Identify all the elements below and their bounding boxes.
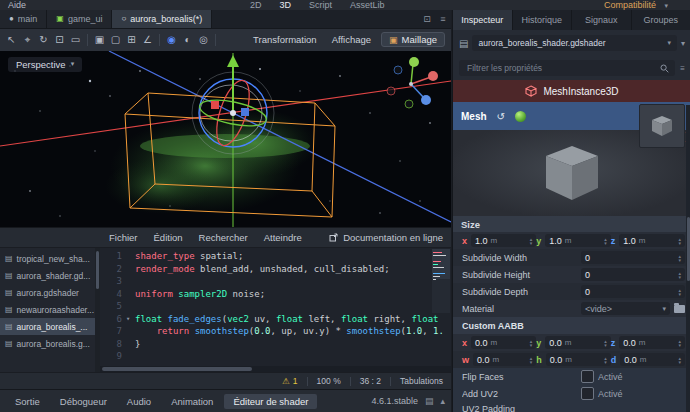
mode-2d[interactable]: 2D bbox=[250, 0, 262, 10]
value-field[interactable]: 0.0m▴▾ bbox=[546, 353, 611, 366]
bottom-panel-audio[interactable]: Audio bbox=[118, 394, 160, 409]
filter-properties-input[interactable] bbox=[465, 62, 656, 74]
value-field[interactable]: 0.0m▴▾ bbox=[619, 336, 685, 349]
indent-type[interactable]: Tabulations bbox=[400, 376, 443, 386]
shader-menu-dition[interactable]: Édition bbox=[147, 232, 190, 243]
bottom-panel-sortie[interactable]: Sortie bbox=[6, 394, 49, 409]
shader-file-item[interactable]: ▤aurora_shader.gd... bbox=[0, 267, 95, 284]
move-tool[interactable]: ⌖ bbox=[20, 32, 35, 48]
value-field[interactable]: 0▴▾ bbox=[581, 268, 685, 281]
spinner-arrows[interactable]: ▴▾ bbox=[678, 237, 681, 245]
scene-tab-game-ui[interactable]: ▣game_ui bbox=[47, 10, 112, 28]
code-line: 9 bbox=[100, 350, 451, 363]
shader-menu-fichier[interactable]: Fichier bbox=[102, 232, 145, 243]
rotate-tool[interactable]: ↻ bbox=[36, 32, 51, 48]
spinner-arrows[interactable]: ▴▾ bbox=[604, 356, 607, 364]
shader-file-item[interactable]: ▤aurora_borealis.g... bbox=[0, 335, 95, 352]
object-header: MeshInstance3D bbox=[453, 80, 690, 102]
perspective-menu[interactable]: Perspective ▾ bbox=[8, 57, 82, 72]
mode-assetlib[interactable]: AssetLib bbox=[350, 0, 385, 10]
value-field[interactable]: 1.0m▴▾ bbox=[619, 234, 685, 247]
package-icon[interactable]: ▤ bbox=[425, 396, 434, 406]
shader-menu-rechercher[interactable]: Rechercher bbox=[192, 232, 255, 243]
scene-tab-aurora-borealis[interactable]: ○aurora_borealis(*) bbox=[112, 10, 212, 28]
environment-icon[interactable]: ◎ bbox=[196, 32, 211, 48]
value-field[interactable]: 0▴▾ bbox=[581, 285, 685, 298]
camera-preview-icon[interactable]: ◉ bbox=[164, 32, 179, 48]
horizontal-scrollbar[interactable] bbox=[100, 366, 451, 372]
shader-file-item[interactable]: ▤newauroraashader... bbox=[0, 301, 95, 318]
fold-arrow-icon[interactable]: ▾ bbox=[126, 313, 135, 326]
inspector-scrollbar[interactable] bbox=[686, 105, 690, 412]
shader-file-item[interactable]: ▤tropical_new_sha... bbox=[0, 250, 95, 267]
boxmesh-thumb-icon bbox=[649, 114, 675, 138]
revert-icon[interactable]: ↺ bbox=[497, 111, 505, 122]
property-label: Subdivide Height bbox=[462, 270, 581, 280]
spinner-arrows[interactable]: ▴▾ bbox=[678, 271, 681, 279]
bottom-panel-animation[interactable]: Animation bbox=[162, 394, 222, 409]
mode-script[interactable]: Script bbox=[309, 0, 332, 10]
lock-icon[interactable]: ▣ bbox=[92, 32, 107, 48]
warnings-indicator[interactable]: ⚠ 1 bbox=[282, 376, 297, 386]
bottom-panel-diteur-de-shader[interactable]: Éditeur de shader bbox=[224, 394, 317, 409]
shader-file-item[interactable]: ▤aurora.gdshader bbox=[0, 284, 95, 301]
value-field[interactable]: 1.0m▴▾ bbox=[471, 234, 536, 247]
spinner-arrows[interactable]: ▴▾ bbox=[678, 356, 681, 364]
select-tool[interactable]: ↖ bbox=[4, 32, 19, 48]
inspector-tab-inspecteur[interactable]: Inspecteur bbox=[453, 10, 513, 30]
group-icon[interactable]: ⊞ bbox=[124, 32, 139, 48]
spinner-arrows[interactable]: ▴▾ bbox=[678, 339, 681, 347]
spinner-arrows[interactable]: ▴▾ bbox=[530, 356, 533, 364]
maillage-menu[interactable]: ▣ Maillage bbox=[381, 32, 445, 47]
checkbox[interactable] bbox=[581, 387, 594, 400]
unlock-icon[interactable]: ▢ bbox=[108, 32, 123, 48]
value-field[interactable]: 0.0m▴▾ bbox=[473, 353, 536, 366]
spinner-arrows[interactable]: ▴▾ bbox=[604, 237, 607, 245]
renderer-select[interactable]: Compatibilité bbox=[604, 0, 656, 10]
zoom-level[interactable]: 100 % bbox=[317, 376, 341, 386]
resource-dropdown[interactable]: <vide>▾ bbox=[581, 302, 670, 315]
value-field[interactable]: 0.0m▴▾ bbox=[471, 336, 536, 349]
resource-selector[interactable]: aurora_borealis_shader.gdshader ▾ bbox=[472, 35, 677, 51]
menu-aide[interactable]: Aide bbox=[8, 0, 26, 10]
property-tools-icon[interactable]: ≡ bbox=[680, 64, 685, 73]
mesh-thumbnail[interactable] bbox=[639, 104, 685, 148]
value-field[interactable]: 0.0m▴▾ bbox=[620, 353, 685, 366]
scene-tab-main[interactable]: ●main bbox=[0, 10, 47, 28]
shader-code-editor[interactable]: 1shader_type spatial;2render_mode blend_… bbox=[100, 248, 451, 372]
affichage-menu[interactable]: Affichage bbox=[325, 34, 378, 45]
spinner-arrows[interactable]: ▴▾ bbox=[678, 254, 681, 262]
spinner-arrows[interactable]: ▴▾ bbox=[530, 339, 533, 347]
inspector-tab-historique[interactable]: Historique bbox=[513, 10, 573, 30]
size-section-header[interactable]: Size bbox=[453, 216, 690, 232]
sun-icon[interactable]: ◐ bbox=[180, 32, 195, 48]
viewport-3d[interactable]: Perspective ▾ bbox=[0, 51, 451, 228]
mode-3d[interactable]: 3D bbox=[280, 0, 292, 10]
spinner-arrows[interactable]: ▴▾ bbox=[604, 339, 607, 347]
object-name: MeshInstance3D bbox=[543, 86, 618, 97]
history-options-icon[interactable]: ▾ bbox=[681, 39, 685, 48]
bottom-panel-d-bogueur[interactable]: Débogueur bbox=[51, 394, 116, 409]
distraction-free-icon[interactable]: ⊡ bbox=[419, 10, 435, 28]
inspector-tab-groupes[interactable]: Groupes bbox=[632, 10, 690, 30]
folder-icon[interactable] bbox=[674, 305, 685, 313]
shader-file-item[interactable]: ▤aurora_borealis_... bbox=[0, 318, 95, 335]
value-field[interactable]: 0▴▾ bbox=[581, 251, 685, 264]
checkbox[interactable] bbox=[581, 370, 594, 383]
inspector-tab-signaux[interactable]: Signaux bbox=[572, 10, 632, 30]
value-field[interactable]: 1.0m▴▾ bbox=[545, 234, 610, 247]
expand-bottom-panel-icon[interactable]: ▴ bbox=[440, 396, 445, 406]
spinner-arrows[interactable]: ▴▾ bbox=[678, 288, 681, 296]
ruler-icon[interactable]: ∠ bbox=[140, 32, 155, 48]
tab-menu-icon[interactable]: ≡ bbox=[435, 10, 451, 28]
transformation-menu[interactable]: Transformation bbox=[246, 34, 324, 45]
shader-menu-atteindre[interactable]: Atteindre bbox=[257, 232, 309, 243]
rect-select-tool[interactable]: ▭ bbox=[68, 32, 83, 48]
spinner-arrows[interactable]: ▴▾ bbox=[530, 237, 533, 245]
property-label: Custom AABB bbox=[462, 321, 685, 331]
online-docs-link[interactable]: Documentation en ligne bbox=[329, 232, 445, 243]
version-label[interactable]: 4.6.1.stable bbox=[371, 396, 418, 406]
code-minimap[interactable] bbox=[432, 249, 450, 313]
scale-tool[interactable]: ⊡ bbox=[52, 32, 67, 48]
value-field[interactable]: 0.0m▴▾ bbox=[545, 336, 610, 349]
